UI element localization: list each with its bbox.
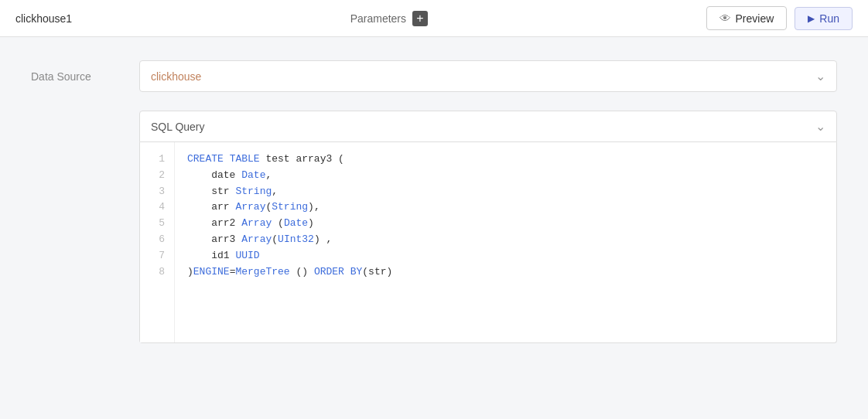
line-num-5: 5 <box>140 216 174 232</box>
chevron-down-icon: ⌄ <box>815 119 825 134</box>
run-button[interactable]: ▶ Run <box>795 7 853 30</box>
line-num-4: 4 <box>140 199 174 216</box>
line-num-6: 6 <box>140 232 174 248</box>
play-icon: ▶ <box>808 13 815 24</box>
datasource-value: clickhouse <box>151 70 201 83</box>
line-num-7: 7 <box>140 248 174 264</box>
datasource-label: Data Source <box>31 70 139 83</box>
sql-query-header[interactable]: SQL Query ⌄ <box>139 111 837 142</box>
preview-label: Preview <box>736 12 774 25</box>
parameters-label: Parameters <box>350 12 406 25</box>
eye-icon: 👁 <box>719 12 731 25</box>
add-parameter-button[interactable]: + <box>412 11 428 26</box>
parameters-section: Parameters + <box>350 11 428 26</box>
datasource-dropdown[interactable]: clickhouse ⌄ <box>139 60 837 92</box>
chevron-down-icon: ⌄ <box>815 69 825 83</box>
action-buttons: 👁 Preview ▶ Run <box>706 6 853 30</box>
line-num-3: 3 <box>140 184 174 200</box>
code-editor: 1 2 3 4 5 6 7 8 CREATE TABLE test array3… <box>139 142 837 343</box>
sql-query-section: SQL Query ⌄ 1 2 3 4 5 6 7 8 CREATE TABLE… <box>139 111 837 343</box>
main-content: Data Source clickhouse ⌄ SQL Query ⌄ 1 2… <box>0 37 868 419</box>
connection-name: clickhouse1 <box>15 12 72 25</box>
line-num-8: 8 <box>140 264 174 281</box>
code-content[interactable]: CREATE TABLE test array3 ( date Date, st… <box>175 142 836 342</box>
run-label: Run <box>819 12 839 25</box>
top-bar: clickhouse1 Parameters + 👁 Preview ▶ Run <box>0 0 868 37</box>
line-num-2: 2 <box>140 168 174 184</box>
preview-button[interactable]: 👁 Preview <box>706 6 788 30</box>
line-numbers: 1 2 3 4 5 6 7 8 <box>140 142 175 342</box>
sql-query-label: SQL Query <box>151 121 205 133</box>
line-num-1: 1 <box>140 152 174 168</box>
datasource-row: Data Source clickhouse ⌄ <box>31 60 837 92</box>
